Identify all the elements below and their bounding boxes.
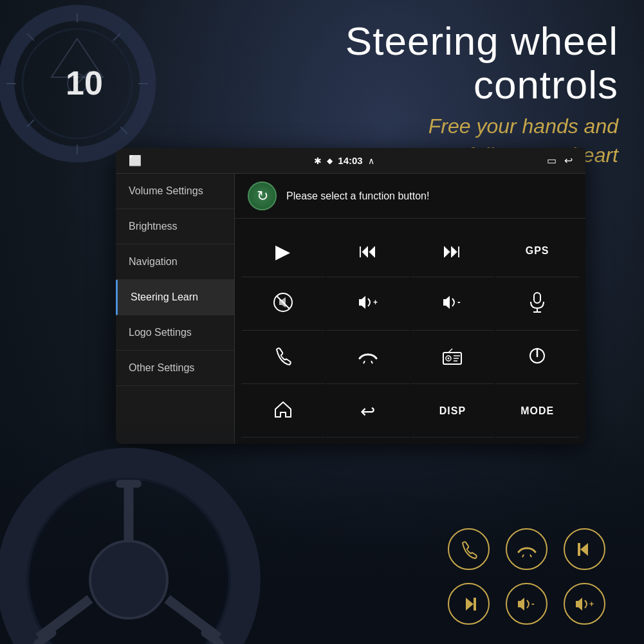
vol-up-icon: + <box>356 293 380 316</box>
mute-icon <box>273 292 293 317</box>
refresh-icon: ↻ <box>257 188 268 205</box>
svg-point-33 <box>90 541 167 618</box>
svg-rect-18 <box>534 293 540 303</box>
hangup-button[interactable] <box>326 332 410 384</box>
vol-up-button[interactable]: + <box>326 279 410 331</box>
mute-button[interactable] <box>241 279 325 331</box>
svg-text:10: 10 <box>66 64 103 102</box>
svg-rect-43 <box>578 543 580 556</box>
up-arrow-icon: ∧ <box>368 156 374 166</box>
play-icon: ▶ <box>275 240 290 262</box>
steering-wheel-graphic <box>0 387 290 644</box>
signal-icon: ◆ <box>327 156 333 165</box>
play-button[interactable]: ▶ <box>241 225 325 277</box>
prev-button[interactable]: ⏮ <box>326 225 410 277</box>
mode-button[interactable]: MODE <box>495 385 579 437</box>
disp-label: DISP <box>439 405 466 417</box>
top-decoration: 10 <box>0 0 206 167</box>
bottom-icon-row-2: - + <box>448 583 605 625</box>
svg-rect-37 <box>116 480 142 488</box>
sidebar-item-volume[interactable]: Volume Settings <box>116 174 234 209</box>
vol-down-button[interactable]: - <box>411 279 495 331</box>
svg-text:-: - <box>531 598 535 609</box>
svg-line-40 <box>522 555 524 557</box>
next-button[interactable]: ⏭ <box>411 225 495 277</box>
sidebar-item-steering-learn[interactable]: Steering Learn <box>116 280 234 315</box>
bottom-prev-icon <box>564 528 605 570</box>
svg-line-21 <box>363 361 365 363</box>
phone-icon <box>273 346 293 370</box>
next-icon: ⏭ <box>443 240 462 262</box>
power-button[interactable] <box>495 332 579 384</box>
back-nav-icon[interactable]: ↩ <box>564 154 573 167</box>
bottom-hangup-icon <box>506 528 547 570</box>
sidebar-item-brightness[interactable]: Brightness <box>116 209 234 244</box>
svg-point-25 <box>448 357 450 359</box>
disp-button[interactable]: DISP <box>411 385 495 437</box>
mode-label: MODE <box>520 405 554 417</box>
bottom-icon-row-1 <box>448 528 605 570</box>
svg-line-22 <box>371 361 373 363</box>
gps-label: GPS <box>526 245 549 257</box>
power-icon <box>528 346 547 370</box>
svg-text:+: + <box>589 600 594 609</box>
bottom-vol-up-icon: + <box>564 583 605 625</box>
svg-line-41 <box>530 555 531 557</box>
mic-icon <box>528 291 546 318</box>
vol-down-icon: - <box>441 293 464 316</box>
svg-line-36 <box>167 599 219 638</box>
clock: 14:03 <box>338 155 362 166</box>
sidebar-item-logo[interactable]: Logo Settings <box>116 315 234 351</box>
function-header: ↻ Please select a function button! <box>235 174 585 219</box>
bottom-icons-container: - + <box>448 528 605 625</box>
refresh-button[interactable]: ↻ <box>248 181 277 210</box>
prev-icon: ⏮ <box>358 240 378 262</box>
sidebar-item-navigation[interactable]: Navigation <box>116 244 234 280</box>
svg-text:+: + <box>373 298 378 307</box>
radio-icon <box>441 346 464 370</box>
bottom-next-icon <box>448 583 490 625</box>
recent-apps-icon[interactable]: ▭ <box>547 154 557 167</box>
back-button[interactable]: ↩ <box>326 385 410 437</box>
svg-marker-42 <box>580 543 588 556</box>
bluetooth-icon: ✱ <box>314 156 322 166</box>
function-prompt: Please select a function button! <box>286 190 429 202</box>
back-icon-btn: ↩ <box>360 401 375 422</box>
gps-button[interactable]: GPS <box>495 225 579 277</box>
sidebar-item-other[interactable]: Other Settings <box>116 351 234 386</box>
status-right: ▭ ↩ <box>547 154 573 167</box>
status-center: ✱ ◆ 14:03 ∧ <box>314 155 374 166</box>
hangup-icon <box>357 347 379 369</box>
svg-marker-44 <box>466 598 474 611</box>
mic-button[interactable] <box>495 279 579 331</box>
bottom-vol-down-icon: - <box>506 583 547 625</box>
radio-button[interactable] <box>411 332 495 384</box>
svg-text:-: - <box>457 297 461 307</box>
bottom-phone-icon <box>448 528 490 570</box>
phone-button[interactable] <box>241 332 325 384</box>
svg-line-35 <box>39 599 90 638</box>
svg-rect-45 <box>474 598 476 611</box>
main-title: Steering wheel controls <box>232 19 618 107</box>
